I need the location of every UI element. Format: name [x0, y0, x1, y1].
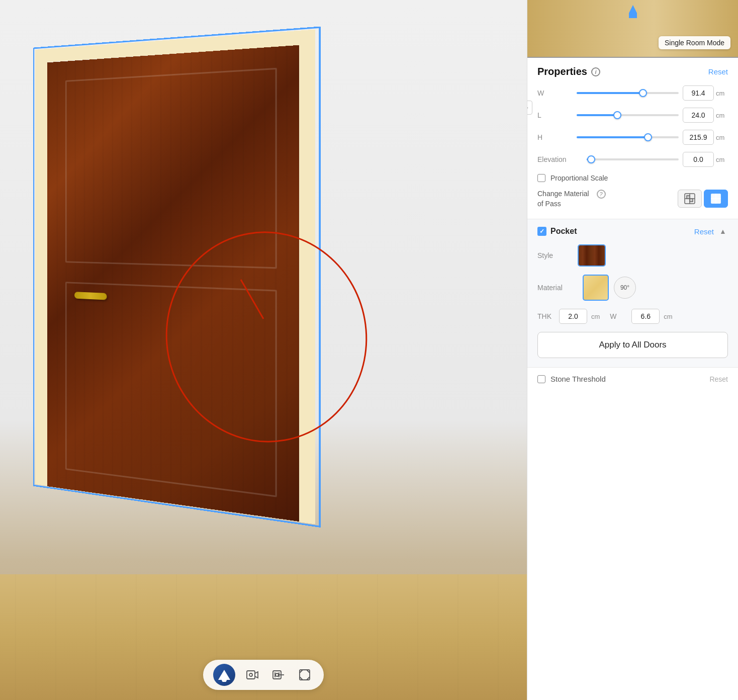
- elevation-row: Elevation cm: [537, 152, 728, 167]
- w-label: W: [610, 312, 627, 320]
- material-swatch[interactable]: [583, 275, 609, 301]
- stone-threshold-checkbox[interactable]: [537, 375, 545, 383]
- material-buttons: [678, 190, 728, 208]
- rotate-label: 90°: [620, 284, 629, 291]
- stone-threshold-section: Stone Threshold Reset: [527, 368, 738, 390]
- svg-point-3: [249, 673, 252, 676]
- length-row: L cm: [537, 108, 728, 123]
- expand-icon-button[interactable]: [296, 666, 314, 684]
- w-input[interactable]: [631, 309, 660, 324]
- width-input[interactable]: [683, 85, 714, 101]
- w-unit: cm: [664, 313, 672, 320]
- material-label: Material: [537, 284, 578, 292]
- settings-icon-button[interactable]: [269, 666, 288, 684]
- stone-threshold-label: Stone Threshold: [550, 375, 606, 383]
- minimap-base: [629, 13, 637, 18]
- elevation-slider-thumb[interactable]: [587, 155, 595, 163]
- pocket-title-row: Pocket: [537, 227, 577, 236]
- svg-rect-14: [690, 199, 693, 202]
- change-material-info-icon[interactable]: ?: [597, 190, 606, 199]
- properties-title-text: Properties: [537, 66, 587, 77]
- width-slider[interactable]: [577, 92, 679, 94]
- apply-to-all-doors-button[interactable]: Apply to All Doors: [537, 332, 728, 358]
- width-label: W: [537, 89, 573, 97]
- elevation-input[interactable]: [683, 152, 714, 167]
- style-label: Style: [537, 251, 578, 259]
- view-icon-button[interactable]: [243, 666, 261, 684]
- door-panel[interactable]: [47, 45, 299, 521]
- height-slider-thumb[interactable]: [644, 133, 652, 141]
- height-input[interactable]: [683, 130, 714, 145]
- width-row: W cm: [537, 85, 728, 101]
- svg-rect-13: [687, 196, 690, 199]
- stone-threshold-reset: Reset: [709, 375, 728, 383]
- properties-title: Properties i: [537, 66, 600, 77]
- style-swatch[interactable]: [578, 244, 606, 267]
- door-panel-top-inset: [65, 68, 277, 269]
- height-unit: cm: [716, 134, 728, 141]
- proportional-scale-checkbox[interactable]: [537, 174, 545, 182]
- length-slider-thumb[interactable]: [613, 111, 621, 119]
- single-room-badge[interactable]: Single Room Mode: [659, 36, 730, 49]
- proportional-scale-label: Proportional Scale: [550, 174, 608, 182]
- style-row: Style: [537, 244, 728, 267]
- width-unit: cm: [716, 90, 728, 97]
- height-row: H cm: [537, 130, 728, 145]
- length-unit: cm: [716, 112, 728, 119]
- height-slider[interactable]: [577, 136, 679, 138]
- thk-unit: cm: [591, 313, 600, 320]
- thk-row: THK cm W cm: [537, 309, 728, 324]
- elevation-label: Elevation: [537, 155, 583, 163]
- width-slider-fill: [577, 92, 643, 94]
- length-slider[interactable]: [577, 114, 679, 116]
- pocket-header: Pocket Reset ▲: [537, 226, 728, 236]
- elevation-slider[interactable]: [587, 158, 679, 160]
- height-slider-fill: [577, 136, 648, 138]
- svg-rect-2: [247, 671, 255, 679]
- length-label: L: [537, 111, 573, 119]
- app-logo[interactable]: [213, 664, 235, 686]
- svg-point-5: [275, 673, 279, 676]
- stone-threshold-row: Stone Threshold: [537, 375, 606, 383]
- properties-reset-button[interactable]: Reset: [708, 67, 728, 76]
- proportional-scale-row: Proportional Scale: [537, 174, 728, 182]
- pocket-collapse-button[interactable]: ▲: [718, 226, 728, 236]
- pocket-reset-button[interactable]: Reset: [694, 227, 714, 236]
- change-material-label: Change Material: [537, 190, 589, 198]
- length-slider-fill: [577, 114, 617, 116]
- door-scene: [25, 40, 317, 518]
- thk-label: THK: [537, 312, 555, 320]
- properties-section: Properties i Reset W cm L: [527, 58, 738, 219]
- style-swatch-inner: [579, 245, 605, 266]
- right-panel: ► Single Room Mode Properties i Reset W …: [527, 0, 738, 700]
- material-btn-right[interactable]: [704, 190, 728, 208]
- properties-info-icon[interactable]: i: [591, 67, 600, 76]
- door-panel-bottom-inset: [65, 282, 277, 497]
- of-pass-label: of Pass: [537, 200, 606, 208]
- material-row: Material 90°: [537, 275, 728, 301]
- pocket-checkbox[interactable]: [537, 227, 546, 236]
- width-slider-thumb[interactable]: [639, 89, 647, 97]
- rotate-button[interactable]: 90°: [614, 277, 636, 299]
- length-input[interactable]: [683, 108, 714, 123]
- thk-input[interactable]: [559, 309, 587, 324]
- 3d-viewport[interactable]: [0, 0, 527, 700]
- panel-collapse-button[interactable]: ►: [527, 101, 532, 115]
- pocket-title-text: Pocket: [550, 227, 577, 236]
- pocket-section: Pocket Reset ▲ Style Material 90° THK: [527, 219, 738, 368]
- material-btn-left[interactable]: [678, 190, 702, 208]
- elevation-unit: cm: [716, 156, 728, 163]
- mini-map[interactable]: Single Room Mode: [527, 0, 738, 58]
- height-label: H: [537, 133, 573, 141]
- pocket-reset-row: Reset ▲: [694, 226, 728, 236]
- change-material-row: Change Material ? of Pass: [537, 189, 728, 208]
- minimap-arrow: [629, 5, 637, 13]
- bottom-toolbar: [203, 660, 324, 690]
